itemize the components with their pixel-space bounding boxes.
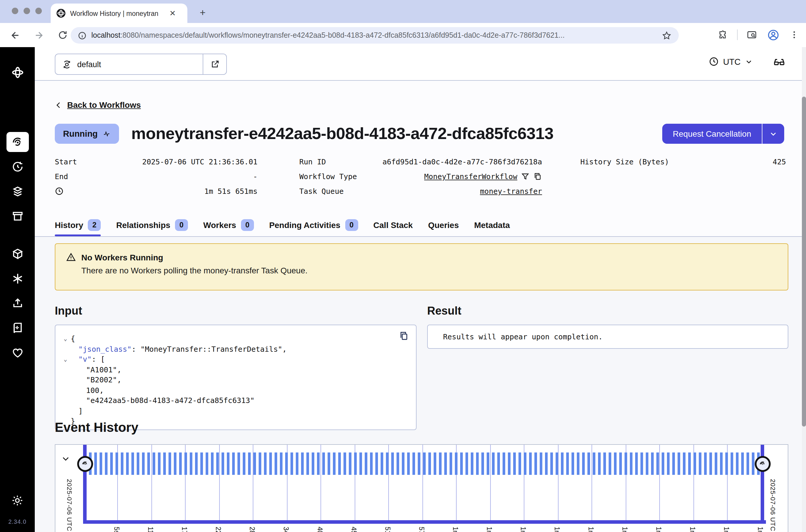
run-id: a6fd95d1-da0c-4d2e-a77c-786f3d76218a [326,157,542,166]
app-sidebar: 2.34.0 [0,47,35,532]
json-line: ] [60,406,392,416]
timeline-tick-label: 57s [418,527,425,532]
tab-call-stack[interactable]: Call Stack [373,218,413,236]
filter-icon[interactable] [521,172,530,181]
url-bar[interactable]: localhost:8080/namespaces/default/workfl… [71,27,679,43]
new-tab-button[interactable]: + [197,7,209,19]
sidebar-item-import[interactable] [6,293,28,314]
labs-glasses-icon[interactable] [773,55,785,68]
tab-metadata[interactable]: Metadata [474,218,510,236]
meta-col-history: History Size (Bytes)425 [580,154,786,169]
json-viewer: ⌄{"json_class": "MoneyTransfer::Transfer… [60,334,392,426]
sidebar-item-feedback[interactable] [6,343,28,363]
history-size: 425 [669,157,786,166]
sidebar-item-task-queues[interactable] [6,182,28,202]
browser-toolbar: localhost:8080/namespaces/default/workfl… [0,23,806,47]
cancellation-menu-button[interactable] [762,124,784,144]
back-to-workflows-link[interactable]: Back to Workflows [55,100,141,110]
event-marker-end[interactable] [755,456,771,472]
timeline-tick-label: 1m [452,527,459,532]
event-marker-start[interactable] [77,456,93,472]
timeline-tick-label: 1m [655,527,662,532]
window-controls[interactable] [12,8,42,14]
tab-close-icon[interactable]: ✕ [168,9,177,18]
namespace-select[interactable]: default [55,54,227,75]
app-topbar: default UTC [35,47,802,81]
timeline-tick-label: 1m [723,527,730,532]
reload-icon[interactable] [55,28,70,42]
json-line: "A1001", [60,364,392,375]
status-badge[interactable]: Running [55,124,119,144]
request-cancellation-button[interactable]: Request Cancellation [662,124,762,144]
timeline-tick-label: 1m [554,527,561,532]
sidebar-item-docs[interactable] [6,318,28,338]
sidebar-item-nexus[interactable] [6,269,28,289]
sidebar-item-namespaces[interactable] [6,244,28,264]
clock-icon [709,57,719,66]
workflow-title: moneytransfer-e4242aa5-b08d-4183-a472-df… [131,124,554,143]
browser-menu-icon[interactable] [787,28,801,42]
event-history-heading: Event History [55,420,138,435]
sidebar-item-schedules[interactable] [6,157,28,177]
json-collapse-icon[interactable]: ⌄ [60,354,71,364]
screen: Workflow History | moneytran ✕ + localho… [0,0,806,532]
input-copy-icon[interactable] [399,331,409,341]
timeline-tick-label: 51s [384,527,391,532]
timeline-tick-label: 28s [249,527,256,532]
scrollbar-thumb[interactable] [802,97,806,426]
browser-tabstrip: Workflow History | moneytran ✕ + [0,0,806,23]
tab-pending-activities[interactable]: Pending Activities0 [269,218,358,236]
result-heading: Result [427,305,461,318]
timeline-tick-label: 1m [621,527,628,532]
no-workers-banner: No Workers Running There are no Workers … [55,243,788,290]
start-time: 2025-07-06 UTC 21:36:36.01 [77,157,257,166]
input-heading: Input [55,305,82,318]
copy-icon[interactable] [533,172,542,181]
timeline-tick-label: 11s [147,527,154,532]
timeline-tick-label: 40s [316,527,324,532]
forward-icon[interactable] [32,28,46,42]
sidebar-item-workflows[interactable] [6,132,28,152]
event-history-timeline[interactable]: 5s11s17s22s28s34s40s45s51s57s1m1m1m1m1m1… [55,444,788,532]
tab-relationships[interactable]: Relationships0 [116,218,188,236]
tab-queries[interactable]: Queries [428,218,459,236]
browser-tab[interactable]: Workflow History | moneytran ✕ [51,3,187,23]
timeline-collapse-icon[interactable] [61,454,70,463]
timeline-baseline [85,520,766,524]
timeline-start-timestamp: 2025-07-06 UTC 2 [66,479,73,532]
namespace-external-link-icon[interactable] [203,54,226,75]
page-scrollbar[interactable] [802,47,806,532]
theme-toggle-icon[interactable] [6,490,28,510]
json-line: ⌄{ [60,334,392,344]
profile-avatar-icon[interactable] [766,28,780,42]
task-queue-link[interactable]: money-transfer [480,187,542,195]
timeline-tick-label: 17s [181,527,188,532]
duration: 1m 51s 651ms [64,187,257,195]
tab-workers[interactable]: Workers0 [203,218,254,236]
timeline-tick-label: 1m [520,527,527,532]
namespace-value: default [77,60,101,69]
extensions-icon[interactable] [716,28,730,42]
temporal-favicon-icon [57,9,65,18]
sidebar-item-archival[interactable] [6,206,28,226]
json-line: "B2002", [60,375,392,385]
warning-icon [66,252,76,262]
json-line: "e4242aa5-b08d-4183-a472-dfca85fc6313" [60,395,392,406]
meta-col-times: Start2025-07-06 UTC 21:36:36.01 End- 1m … [55,154,257,198]
namespace-icon [62,59,72,69]
back-icon[interactable] [8,28,22,42]
site-info-icon[interactable] [78,31,87,40]
reading-mode-icon[interactable] [745,28,759,42]
timeline-tick-label: 22s [215,527,222,532]
workflow-type-link[interactable]: MoneyTransferWorkflow [424,172,517,181]
timezone-select[interactable]: UTC [709,57,753,66]
json-line: "json_class": "MoneyTransfer::TransferDe… [60,344,392,354]
temporal-logo[interactable] [6,62,28,82]
app-version: 2.34.0 [8,518,26,525]
tab-history[interactable]: History2 [55,218,101,236]
json-collapse-icon[interactable]: ⌄ [60,334,71,344]
url-text: localhost:8080/namespaces/default/workfl… [91,31,657,39]
main-content: Back to Workflows Running moneytransfer-… [35,81,802,532]
bookmark-star-icon[interactable] [661,30,672,40]
duration-clock-icon [55,187,64,195]
